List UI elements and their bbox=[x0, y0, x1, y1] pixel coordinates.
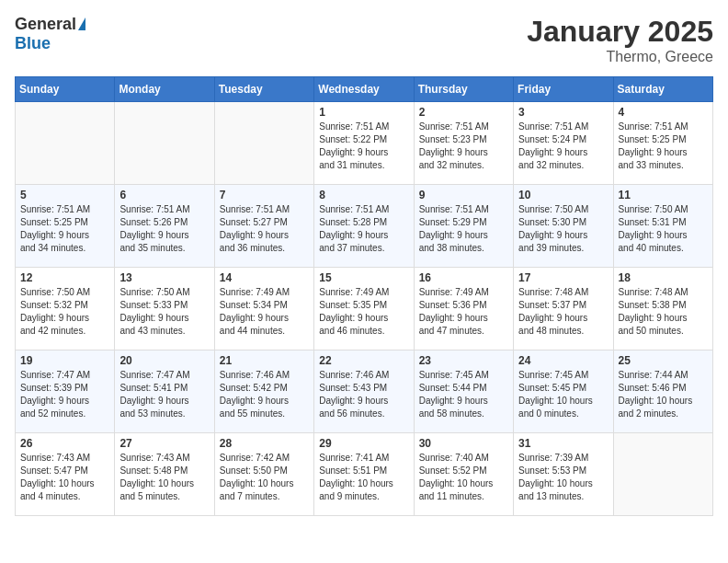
calendar-day-cell: 10Sunrise: 7:50 AM Sunset: 5:30 PM Dayli… bbox=[514, 185, 613, 268]
logo-triangle-icon bbox=[78, 17, 85, 30]
weekday-header-sunday: Sunday bbox=[16, 77, 115, 102]
day-number: 24 bbox=[518, 354, 608, 367]
calendar-day-cell: 6Sunrise: 7:51 AM Sunset: 5:26 PM Daylig… bbox=[115, 185, 214, 268]
day-info: Sunrise: 7:39 AM Sunset: 5:53 PM Dayligh… bbox=[518, 452, 608, 503]
title-block: January 2025 Thermo, Greece bbox=[527, 15, 713, 65]
calendar-day-cell: 12Sunrise: 7:50 AM Sunset: 5:32 PM Dayli… bbox=[16, 268, 115, 350]
day-number: 1 bbox=[319, 106, 408, 119]
day-info: Sunrise: 7:47 AM Sunset: 5:41 PM Dayligh… bbox=[119, 369, 209, 420]
day-info: Sunrise: 7:46 AM Sunset: 5:43 PM Dayligh… bbox=[319, 369, 408, 420]
weekday-header-tuesday: Tuesday bbox=[214, 77, 313, 102]
calendar-day-cell: 16Sunrise: 7:49 AM Sunset: 5:36 PM Dayli… bbox=[414, 268, 513, 350]
calendar-day-cell: 29Sunrise: 7:41 AM Sunset: 5:51 PM Dayli… bbox=[314, 433, 414, 516]
day-number: 12 bbox=[20, 271, 109, 284]
calendar-day-cell: 1Sunrise: 7:51 AM Sunset: 5:22 PM Daylig… bbox=[314, 102, 414, 185]
calendar-day-cell: 8Sunrise: 7:51 AM Sunset: 5:28 PM Daylig… bbox=[314, 185, 414, 268]
calendar-week-row: 5Sunrise: 7:51 AM Sunset: 5:25 PM Daylig… bbox=[16, 185, 713, 268]
day-number: 6 bbox=[119, 189, 209, 201]
calendar-day-cell: 11Sunrise: 7:50 AM Sunset: 5:31 PM Dayli… bbox=[613, 185, 712, 268]
day-number: 26 bbox=[20, 437, 109, 450]
day-info: Sunrise: 7:46 AM Sunset: 5:42 PM Dayligh… bbox=[220, 369, 309, 420]
day-number: 31 bbox=[518, 437, 608, 450]
day-number: 30 bbox=[419, 437, 508, 450]
day-info: Sunrise: 7:48 AM Sunset: 5:38 PM Dayligh… bbox=[619, 286, 708, 338]
day-info: Sunrise: 7:51 AM Sunset: 5:24 PM Dayligh… bbox=[518, 121, 608, 172]
calendar-day-cell: 3Sunrise: 7:51 AM Sunset: 5:24 PM Daylig… bbox=[514, 102, 613, 185]
day-info: Sunrise: 7:43 AM Sunset: 5:48 PM Dayligh… bbox=[119, 452, 209, 503]
day-number: 20 bbox=[119, 354, 209, 367]
day-info: Sunrise: 7:51 AM Sunset: 5:25 PM Dayligh… bbox=[20, 203, 109, 255]
weekday-header-friday: Friday bbox=[514, 77, 613, 102]
calendar-day-cell: 31Sunrise: 7:39 AM Sunset: 5:53 PM Dayli… bbox=[514, 433, 613, 516]
calendar-week-row: 26Sunrise: 7:43 AM Sunset: 5:47 PM Dayli… bbox=[16, 433, 713, 516]
day-info: Sunrise: 7:51 AM Sunset: 5:28 PM Dayligh… bbox=[319, 203, 408, 255]
day-number: 7 bbox=[220, 189, 309, 201]
weekday-header-wednesday: Wednesday bbox=[314, 77, 414, 102]
calendar-day-cell: 15Sunrise: 7:49 AM Sunset: 5:35 PM Dayli… bbox=[314, 268, 414, 350]
day-number: 16 bbox=[419, 271, 508, 284]
calendar-week-row: 1Sunrise: 7:51 AM Sunset: 5:22 PM Daylig… bbox=[16, 102, 713, 185]
day-info: Sunrise: 7:47 AM Sunset: 5:39 PM Dayligh… bbox=[20, 369, 109, 420]
calendar-day-cell: 27Sunrise: 7:43 AM Sunset: 5:48 PM Dayli… bbox=[115, 433, 214, 516]
logo: General Blue bbox=[15, 15, 85, 53]
calendar-day-cell: 13Sunrise: 7:50 AM Sunset: 5:33 PM Dayli… bbox=[115, 268, 214, 350]
day-number: 21 bbox=[220, 354, 309, 367]
day-info: Sunrise: 7:45 AM Sunset: 5:45 PM Dayligh… bbox=[518, 369, 608, 420]
day-number: 5 bbox=[20, 189, 109, 201]
weekday-header-thursday: Thursday bbox=[414, 77, 513, 102]
day-number: 22 bbox=[319, 354, 408, 367]
day-info: Sunrise: 7:41 AM Sunset: 5:51 PM Dayligh… bbox=[319, 452, 408, 503]
calendar-day-cell: 14Sunrise: 7:49 AM Sunset: 5:34 PM Dayli… bbox=[214, 268, 313, 350]
logo-blue: Blue bbox=[15, 34, 51, 53]
day-info: Sunrise: 7:42 AM Sunset: 5:50 PM Dayligh… bbox=[220, 452, 309, 503]
day-info: Sunrise: 7:51 AM Sunset: 5:26 PM Dayligh… bbox=[119, 203, 209, 255]
day-info: Sunrise: 7:51 AM Sunset: 5:25 PM Dayligh… bbox=[619, 121, 708, 172]
weekday-header-row: SundayMondayTuesdayWednesdayThursdayFrid… bbox=[16, 77, 713, 102]
calendar-day-cell: 22Sunrise: 7:46 AM Sunset: 5:43 PM Dayli… bbox=[314, 350, 414, 433]
calendar-day-cell: 30Sunrise: 7:40 AM Sunset: 5:52 PM Dayli… bbox=[414, 433, 513, 516]
logo-general: General bbox=[15, 15, 76, 34]
calendar-day-cell: 4Sunrise: 7:51 AM Sunset: 5:25 PM Daylig… bbox=[613, 102, 712, 185]
day-info: Sunrise: 7:45 AM Sunset: 5:44 PM Dayligh… bbox=[419, 369, 508, 420]
day-number: 29 bbox=[319, 437, 408, 450]
calendar-day-cell: 2Sunrise: 7:51 AM Sunset: 5:23 PM Daylig… bbox=[414, 102, 513, 185]
month-title: January 2025 bbox=[527, 15, 713, 49]
day-info: Sunrise: 7:50 AM Sunset: 5:32 PM Dayligh… bbox=[20, 286, 109, 338]
day-number: 28 bbox=[220, 437, 309, 450]
day-info: Sunrise: 7:43 AM Sunset: 5:47 PM Dayligh… bbox=[20, 452, 109, 503]
day-number: 3 bbox=[518, 106, 608, 119]
day-info: Sunrise: 7:49 AM Sunset: 5:34 PM Dayligh… bbox=[220, 286, 309, 338]
calendar-day-cell: 28Sunrise: 7:42 AM Sunset: 5:50 PM Dayli… bbox=[214, 433, 313, 516]
day-info: Sunrise: 7:51 AM Sunset: 5:29 PM Dayligh… bbox=[419, 203, 508, 255]
calendar-day-cell: 7Sunrise: 7:51 AM Sunset: 5:27 PM Daylig… bbox=[214, 185, 313, 268]
day-number: 15 bbox=[319, 271, 408, 284]
calendar-day-cell: 25Sunrise: 7:44 AM Sunset: 5:46 PM Dayli… bbox=[613, 350, 712, 433]
day-number: 9 bbox=[419, 189, 508, 201]
calendar-day-cell bbox=[613, 433, 712, 516]
day-number: 19 bbox=[20, 354, 109, 367]
day-info: Sunrise: 7:48 AM Sunset: 5:37 PM Dayligh… bbox=[518, 286, 608, 338]
calendar-week-row: 19Sunrise: 7:47 AM Sunset: 5:39 PM Dayli… bbox=[16, 350, 713, 433]
day-info: Sunrise: 7:44 AM Sunset: 5:46 PM Dayligh… bbox=[619, 369, 708, 420]
calendar-day-cell bbox=[115, 102, 214, 185]
calendar-day-cell: 19Sunrise: 7:47 AM Sunset: 5:39 PM Dayli… bbox=[16, 350, 115, 433]
page-header: General Blue January 2025 Thermo, Greece bbox=[15, 15, 713, 65]
calendar-day-cell: 5Sunrise: 7:51 AM Sunset: 5:25 PM Daylig… bbox=[16, 185, 115, 268]
day-number: 27 bbox=[119, 437, 209, 450]
day-number: 13 bbox=[119, 271, 209, 284]
calendar-day-cell: 20Sunrise: 7:47 AM Sunset: 5:41 PM Dayli… bbox=[115, 350, 214, 433]
day-info: Sunrise: 7:50 AM Sunset: 5:30 PM Dayligh… bbox=[518, 203, 608, 255]
day-number: 4 bbox=[619, 106, 708, 119]
day-info: Sunrise: 7:50 AM Sunset: 5:31 PM Dayligh… bbox=[619, 203, 708, 255]
calendar-day-cell bbox=[16, 102, 115, 185]
day-number: 11 bbox=[619, 189, 708, 201]
day-number: 10 bbox=[518, 189, 608, 201]
calendar-table: SundayMondayTuesdayWednesdayThursdayFrid… bbox=[15, 76, 713, 516]
day-number: 18 bbox=[619, 271, 708, 284]
day-number: 17 bbox=[518, 271, 608, 284]
day-info: Sunrise: 7:51 AM Sunset: 5:23 PM Dayligh… bbox=[419, 121, 508, 172]
day-info: Sunrise: 7:49 AM Sunset: 5:36 PM Dayligh… bbox=[419, 286, 508, 338]
calendar-day-cell: 24Sunrise: 7:45 AM Sunset: 5:45 PM Dayli… bbox=[514, 350, 613, 433]
day-info: Sunrise: 7:40 AM Sunset: 5:52 PM Dayligh… bbox=[419, 452, 508, 503]
calendar-day-cell bbox=[214, 102, 313, 185]
